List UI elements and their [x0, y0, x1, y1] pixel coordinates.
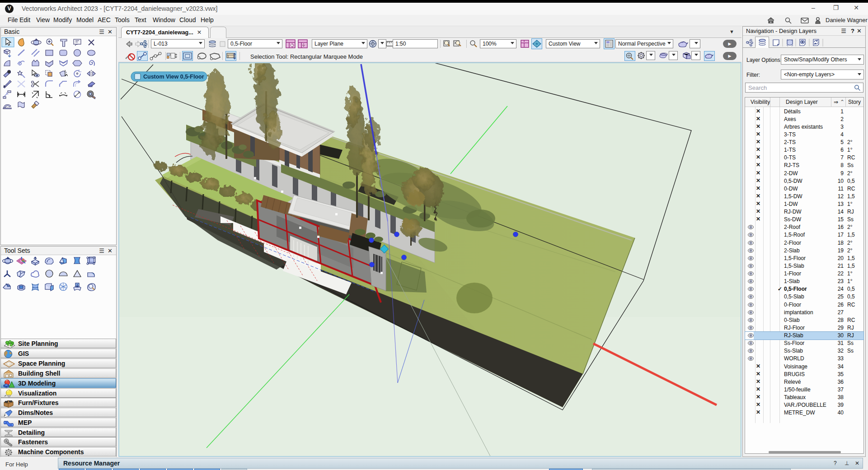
svg-text:Custom View 0,5-Floor: Custom View 0,5-Floor — [143, 74, 204, 80]
